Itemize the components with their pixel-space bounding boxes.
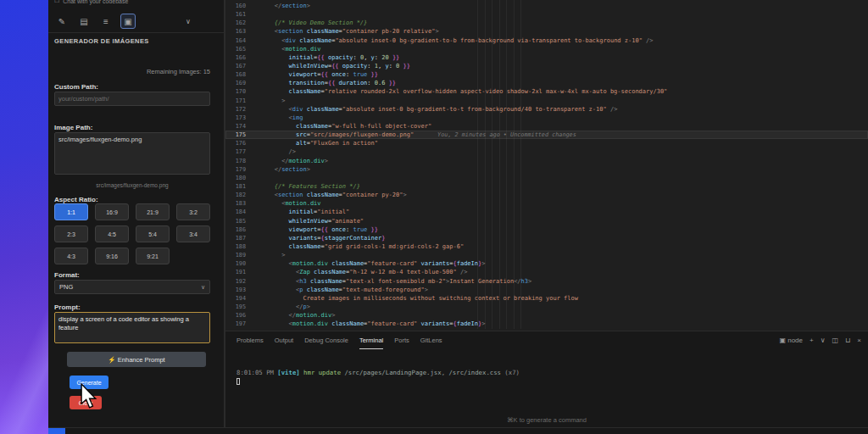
aspect-4:3[interactable]: 4:3 bbox=[54, 248, 88, 264]
clear-button[interactable]: Clear bbox=[70, 396, 102, 409]
panel-tab-problems[interactable]: Problems bbox=[236, 331, 264, 349]
code-line[interactable]: 176 alt="FluxGen in action" bbox=[225, 139, 868, 147]
split-terminal-icon[interactable]: ◫ bbox=[832, 337, 839, 344]
code-line[interactable]: 175 src="src/images/fluxgen-demo.png"You… bbox=[225, 131, 868, 139]
kill-terminal-icon[interactable]: ⊔ bbox=[845, 337, 850, 344]
code-line[interactable]: 178 </motion.div> bbox=[225, 157, 868, 165]
sidebar-toolbar: ✎▤≡▣∨ bbox=[54, 14, 224, 29]
code-line[interactable]: 187 variants={staggerContainer} bbox=[225, 234, 868, 242]
aspect-21:9[interactable]: 21:9 bbox=[136, 203, 170, 220]
layers-icon[interactable]: ▣ bbox=[120, 14, 136, 29]
code-line[interactable]: 167 whileInView={{ opacity: 1, y: 0 }} bbox=[225, 62, 868, 70]
code-line[interactable]: 192 <h3 className="text-xl font-semibold… bbox=[225, 277, 868, 286]
code-editor[interactable]: 160 </section>161162 {/* Video Demo Sect… bbox=[225, 0, 868, 331]
code-line[interactable]: 163 <section className="container pb-20 … bbox=[225, 27, 868, 36]
terminal-dropdown-icon[interactable]: ∨ bbox=[821, 337, 826, 344]
close-panel-icon[interactable]: × bbox=[857, 337, 861, 344]
code-line[interactable]: 160 </section> bbox=[225, 2, 868, 10]
generate-button[interactable]: Generate bbox=[70, 376, 108, 389]
code-line[interactable]: 183 <motion.div bbox=[225, 199, 868, 208]
panel-title: GENERADOR DE IMÁGENES bbox=[54, 37, 149, 45]
code-line[interactable]: 190 <motion.div className="feature-card"… bbox=[225, 259, 868, 268]
node-badge[interactable]: ▣ node bbox=[779, 337, 803, 344]
code-line[interactable]: 180 bbox=[225, 174, 868, 182]
line-number: 170 bbox=[225, 87, 246, 96]
aspect-4:5[interactable]: 4:5 bbox=[95, 225, 129, 242]
aspect-9:21[interactable]: 9:21 bbox=[136, 248, 170, 264]
aspect-9:16[interactable]: 9:16 bbox=[95, 248, 129, 264]
code-line[interactable]: 193 <p className="text-muted-foreground"… bbox=[225, 286, 868, 294]
panel-tab-ports[interactable]: Ports bbox=[394, 331, 409, 349]
code-line[interactable]: 197 <motion.div className="feature-card"… bbox=[225, 320, 868, 328]
compose-icon[interactable]: ✎ bbox=[54, 14, 70, 29]
git-blame-annotation: You, 2 minutes ago • Uncommitted changes bbox=[437, 131, 576, 138]
code-line[interactable]: 182 <section className="container py-20"… bbox=[225, 191, 868, 199]
code-line[interactable]: 170 className="relative rounded-2xl over… bbox=[225, 87, 868, 96]
line-number: 174 bbox=[225, 122, 246, 131]
list-icon[interactable]: ≡ bbox=[98, 14, 114, 29]
panel-tabs: ProblemsOutputDebug ConsoleTerminalPorts… bbox=[225, 331, 442, 349]
code-line[interactable]: 165 <motion.div bbox=[225, 45, 868, 53]
enhance-prompt-button[interactable]: ⚡ Enhance Prompt bbox=[67, 352, 206, 367]
terminal-log[interactable]: 8:01:05 PM [vite] hmr update /src/pages/… bbox=[236, 369, 520, 376]
image-path-input[interactable]: src/images/fluxgen-demo.png bbox=[54, 132, 210, 175]
aspect-3:4[interactable]: 3:4 bbox=[176, 225, 210, 242]
line-number: 161 bbox=[225, 10, 246, 19]
code-line[interactable]: 164 <div className="absolute inset-0 bg-… bbox=[225, 36, 868, 45]
code-line[interactable]: 184 initial="initial" bbox=[225, 208, 868, 216]
line-number: 177 bbox=[225, 147, 246, 156]
code-line[interactable]: 188 className="grid grid-cols-1 md:grid-… bbox=[225, 242, 868, 251]
image-path-caption: src/images/fluxgen-demo.png bbox=[54, 182, 210, 188]
code-line[interactable]: 196 </motion.div> bbox=[225, 311, 868, 320]
code-line[interactable]: 179 </section> bbox=[225, 165, 868, 174]
custom-path-input[interactable] bbox=[54, 92, 210, 106]
notebook-icon[interactable]: ▤ bbox=[76, 14, 92, 29]
panel-tab-terminal[interactable]: Terminal bbox=[359, 331, 383, 349]
aspect-1:1[interactable]: 1:1 bbox=[54, 203, 88, 220]
panel-actions: ▣ node+∨◫⊔× bbox=[779, 331, 861, 349]
line-number: 172 bbox=[225, 105, 246, 114]
line-number: 179 bbox=[225, 165, 246, 174]
code-line[interactable]: 186 viewport={{ once: true }} bbox=[225, 225, 868, 234]
code-line[interactable]: 173 <img bbox=[225, 114, 868, 122]
code-line[interactable]: 189 > bbox=[225, 251, 868, 259]
prompt-input[interactable]: display a screen of a code editor as sho… bbox=[54, 312, 210, 343]
code-line[interactable]: 172 <div className="absolute inset-0 bg-… bbox=[225, 105, 868, 114]
code-line[interactable]: 169 transition={{ duration: 0.6 }} bbox=[225, 79, 868, 87]
panel-tab-output[interactable]: Output bbox=[275, 331, 294, 349]
line-number: 195 bbox=[225, 303, 246, 311]
line-number: 167 bbox=[225, 62, 246, 70]
line-number: 193 bbox=[225, 286, 246, 294]
line-number: 171 bbox=[225, 97, 246, 105]
format-select[interactable]: PNG ∨ bbox=[54, 280, 210, 294]
code-line[interactable]: 171 > bbox=[225, 97, 868, 105]
code-line[interactable]: 166 initial={{ opacity: 0, y: 20 }} bbox=[225, 53, 868, 62]
code-line[interactable]: 161 bbox=[225, 10, 868, 19]
code-line[interactable]: 185 whileInView="animate" bbox=[225, 217, 868, 225]
code-line[interactable]: 195 </p> bbox=[225, 303, 868, 311]
line-number: 196 bbox=[225, 311, 246, 320]
line-number: 194 bbox=[225, 294, 246, 303]
panel-tab-gitlens[interactable]: GitLens bbox=[420, 331, 442, 349]
line-number: 197 bbox=[225, 320, 246, 328]
new-terminal-icon[interactable]: + bbox=[810, 337, 814, 344]
code-line[interactable]: 194 Create images in milliseconds withou… bbox=[225, 294, 868, 303]
aspect-16:9[interactable]: 16:9 bbox=[95, 203, 129, 220]
terminal-cursor bbox=[236, 378, 240, 385]
toolbar-chevron-icon[interactable]: ∨ bbox=[183, 14, 193, 29]
line-number: 187 bbox=[225, 234, 246, 242]
code-line[interactable]: 181 {/* Features Section */} bbox=[225, 182, 868, 191]
panel-tab-debug-console[interactable]: Debug Console bbox=[304, 331, 348, 349]
aspect-3:2[interactable]: 3:2 bbox=[176, 203, 210, 220]
remote-indicator[interactable]: >< bbox=[48, 428, 65, 434]
code-line[interactable]: 177 /> bbox=[225, 147, 868, 156]
aspect-2:3[interactable]: 2:3 bbox=[54, 225, 88, 242]
code-line[interactable]: 191 <Zap className="h-12 w-12 mb-4 text-… bbox=[225, 268, 868, 276]
code-line[interactable]: 174 className="w-full h-full object-cove… bbox=[225, 122, 868, 131]
aspect-5:4[interactable]: 5:4 bbox=[136, 225, 170, 242]
code-line[interactable]: 162 {/* Video Demo Section */} bbox=[225, 19, 868, 27]
code-line[interactable]: 168 viewport={{ once: true }} bbox=[225, 70, 868, 79]
chat-with-codebase-note[interactable]: ☐ Chat with your codebase bbox=[54, 0, 128, 4]
format-label: Format: bbox=[54, 271, 80, 279]
line-number: 184 bbox=[225, 208, 246, 216]
